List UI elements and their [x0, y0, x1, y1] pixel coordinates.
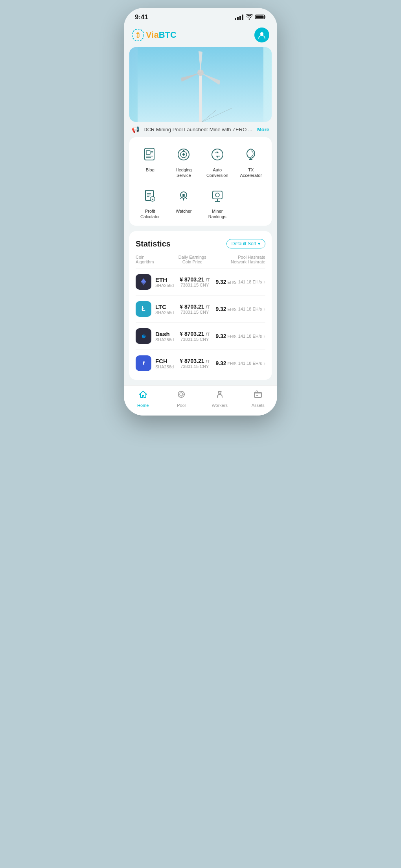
- svg-rect-32: [213, 191, 222, 199]
- dash-earnings: ¥ 8703.21 /T 73801.15 CNY: [174, 331, 215, 342]
- status-bar: 9:41: [124, 8, 277, 24]
- logo-via: Via: [146, 30, 159, 40]
- nav-pool[interactable]: Pool: [162, 390, 201, 408]
- logo-bitcoin-icon: ₿: [132, 29, 144, 41]
- nav-assets[interactable]: Assets: [239, 390, 278, 408]
- eth-earnings: ¥ 8703.21 /T 73801.15 CNY: [174, 276, 215, 287]
- dash-logo: ⊕: [136, 328, 151, 344]
- svg-point-30: [182, 194, 185, 196]
- fch-logo: f: [136, 355, 151, 371]
- sort-button[interactable]: Default Sort ▾: [226, 239, 265, 248]
- col-hashrate: Pool Hashrate: [231, 255, 265, 259]
- col-coin: Coin: [136, 255, 154, 259]
- service-blog[interactable]: Blog: [133, 145, 167, 178]
- workers-label: Workers: [212, 403, 228, 408]
- logo-btc: BTC: [159, 30, 177, 40]
- service-hedging[interactable]: HedgingService: [167, 145, 201, 178]
- table-row[interactable]: ⊕ Dash SHA256d ¥ 8703.21 /T 73801.15 CNY…: [136, 323, 265, 350]
- svg-point-20: [212, 149, 223, 160]
- dash-info: Dash SHA256d: [155, 331, 174, 342]
- statistics-section: Statistics Default Sort ▾ Coin Algorithm…: [129, 231, 272, 380]
- col-network-hashrate: Network Hashrate: [231, 259, 265, 264]
- phone-frame: 9:41: [124, 8, 277, 416]
- header: ₿ ViaBTC: [124, 24, 277, 47]
- announcement-icon: 📢: [132, 126, 140, 133]
- blog-icon: [141, 145, 160, 164]
- watcher-icon: [174, 186, 193, 205]
- svg-rect-47: [254, 392, 261, 397]
- coin-left-fch: f FCH SHA256d: [136, 355, 174, 371]
- auto-conversion-label: AutoConversion: [206, 167, 228, 178]
- table-row[interactable]: f FCH SHA256d ¥ 8703.21 /T 73801.15 CNY …: [136, 350, 265, 377]
- svg-text:₿: ₿: [136, 32, 140, 39]
- ltc-chevron: ›: [263, 306, 265, 312]
- tx-accelerator-label: TXAccelerator: [240, 167, 262, 178]
- fch-chevron: ›: [263, 360, 265, 366]
- banner-container: [124, 47, 277, 122]
- profit-calculator-label: ProfitCalculator: [140, 208, 160, 220]
- assets-label: Assets: [252, 403, 265, 408]
- service-miner-rankings[interactable]: MinerRankings: [200, 186, 234, 220]
- status-time: 9:41: [135, 13, 148, 21]
- banner-image[interactable]: [129, 47, 272, 122]
- ltc-earnings: ¥ 8703.21 /T 73801.15 CNY: [174, 303, 215, 314]
- pool-icon: [177, 390, 186, 401]
- auto-conversion-icon: [208, 145, 227, 164]
- svg-text:+: +: [151, 198, 153, 201]
- avatar-button[interactable]: [254, 28, 269, 42]
- signal-icon: [235, 15, 243, 20]
- nav-workers[interactable]: Workers: [200, 390, 239, 408]
- battery-icon: [255, 14, 266, 21]
- nav-home[interactable]: Home: [124, 390, 162, 408]
- ltc-hashrate: 9.32 EH/S 141.18 EH/s: [215, 305, 262, 313]
- eth-chevron: ›: [263, 279, 265, 285]
- svg-rect-48: [256, 395, 258, 396]
- services-grid: Blog HedgingService: [133, 145, 268, 219]
- service-tx-accelerator[interactable]: TXAccelerator: [234, 145, 268, 178]
- miner-rankings-label: MinerRankings: [208, 208, 226, 220]
- col-coin-price: Coin Price: [178, 259, 206, 264]
- svg-rect-11: [146, 151, 150, 154]
- fch-earnings: ¥ 8703.21 /T 73801.15 CNY: [174, 358, 215, 369]
- profit-calculator-icon: +: [141, 186, 160, 205]
- eth-hashrate: 9.32 EH/S 141.18 EH/s: [215, 278, 262, 285]
- fch-hashrate: 9.32 EH/S 141.18 EH/s: [215, 360, 262, 367]
- pool-label: Pool: [177, 403, 186, 408]
- home-label: Home: [137, 403, 149, 408]
- workers-icon: [215, 390, 224, 401]
- eth-logo: [136, 274, 151, 290]
- news-ticker: 📢 DCR Mining Pool Launched: Mine with ZE…: [124, 122, 277, 137]
- svg-point-33: [215, 193, 219, 197]
- tx-accelerator-icon: [241, 145, 260, 164]
- service-auto-conversion[interactable]: AutoConversion: [200, 145, 234, 178]
- hedging-label: HedgingService: [176, 167, 192, 178]
- svg-point-18: [182, 153, 185, 156]
- services-card: Blog HedgingService: [129, 137, 272, 226]
- col-earnings: Daily Earnings: [178, 255, 206, 259]
- coin-left-dash: ⊕ Dash SHA256d: [136, 328, 174, 344]
- stats-title: Statistics: [136, 239, 171, 248]
- svg-rect-6: [199, 71, 202, 122]
- ltc-logo: Ł: [136, 301, 151, 317]
- wifi-icon: [246, 14, 253, 21]
- coin-left-eth: ETH SHA256d: [136, 274, 174, 290]
- coin-left-ltc: Ł LTC SHA256d: [136, 301, 174, 317]
- ticker-more-button[interactable]: More: [257, 127, 269, 132]
- table-row[interactable]: ETH SHA256d ¥ 8703.21 /T 73801.15 CNY 9.…: [136, 268, 265, 296]
- service-watcher[interactable]: Watcher: [167, 186, 201, 220]
- bottom-nav: Home Pool Workers: [124, 385, 277, 416]
- logo: ₿ ViaBTC: [132, 29, 177, 41]
- svg-text:f: f: [143, 360, 145, 366]
- table-row[interactable]: Ł LTC SHA256d ¥ 8703.21 /T 73801.15 CNY …: [136, 296, 265, 323]
- eth-info: ETH SHA256d: [155, 276, 174, 288]
- dash-hashrate: 9.32 EH/S 141.18 EH/s: [215, 333, 262, 340]
- assets-icon: [253, 390, 263, 401]
- ltc-info: LTC SHA256d: [155, 303, 174, 315]
- fch-info: FCH SHA256d: [155, 358, 174, 369]
- service-profit-calculator[interactable]: + ProfitCalculator: [133, 186, 167, 220]
- ticker-text: DCR Mining Pool Launched: Mine with ZERO…: [143, 127, 253, 132]
- wind-turbine-illustration: [138, 47, 263, 122]
- svg-text:Ł: Ł: [142, 306, 145, 313]
- table-header: Coin Algorithm Daily Earnings Coin Price…: [136, 255, 265, 268]
- svg-point-19: [183, 150, 184, 151]
